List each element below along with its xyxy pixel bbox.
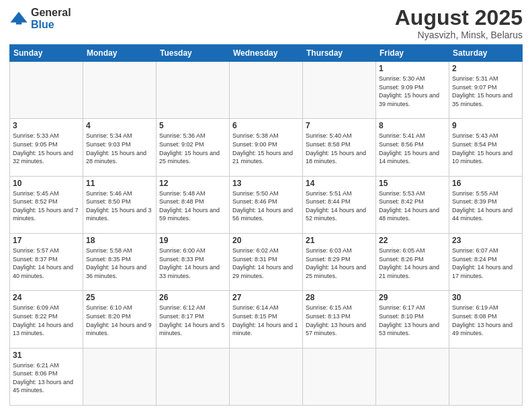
day-info: Sunrise: 5:51 AM Sunset: 8:44 PM Dayligh… <box>306 189 373 223</box>
top-section: General Blue August 2025 Nyasvizh, Minsk… <box>9 7 523 40</box>
day-number: 21 <box>306 236 373 245</box>
day-info: Sunrise: 6:03 AM Sunset: 8:29 PM Dayligh… <box>306 246 373 280</box>
header-thursday: Thursday <box>303 45 376 62</box>
day-number: 3 <box>13 121 80 130</box>
day-info: Sunrise: 6:19 AM Sunset: 8:08 PM Dayligh… <box>452 304 519 337</box>
table-row <box>303 348 376 405</box>
day-number: 18 <box>86 236 153 245</box>
day-number: 23 <box>452 236 519 245</box>
table-row: 17Sunrise: 5:57 AM Sunset: 8:37 PM Dayli… <box>10 233 83 290</box>
day-info: Sunrise: 5:55 AM Sunset: 8:39 PM Dayligh… <box>452 189 519 223</box>
table-row: 2Sunrise: 5:31 AM Sunset: 9:07 PM Daylig… <box>449 62 523 119</box>
day-info: Sunrise: 5:36 AM Sunset: 9:02 PM Dayligh… <box>159 132 226 165</box>
weekday-header-row: Sunday Monday Tuesday Wednesday Thursday… <box>10 45 523 62</box>
day-info: Sunrise: 5:38 AM Sunset: 9:00 PM Dayligh… <box>232 132 300 165</box>
table-row <box>157 348 230 405</box>
table-row: 4Sunrise: 5:34 AM Sunset: 9:03 PM Daylig… <box>83 119 157 176</box>
day-number: 15 <box>379 179 446 188</box>
table-row: 21Sunrise: 6:03 AM Sunset: 8:29 PM Dayli… <box>303 233 376 290</box>
table-row: 22Sunrise: 6:05 AM Sunset: 8:26 PM Dayli… <box>376 233 449 290</box>
table-row: 1Sunrise: 5:30 AM Sunset: 9:09 PM Daylig… <box>376 62 449 119</box>
day-number: 8 <box>379 121 446 130</box>
header-monday: Monday <box>83 45 157 62</box>
calendar-page: General Blue August 2025 Nyasvizh, Minsk… <box>0 0 532 411</box>
table-row <box>10 62 83 119</box>
table-row: 13Sunrise: 5:50 AM Sunset: 8:46 PM Dayli… <box>230 176 303 233</box>
calendar-table: Sunday Monday Tuesday Wednesday Thursday… <box>9 44 523 406</box>
day-number: 14 <box>306 179 373 188</box>
day-number: 17 <box>13 236 80 245</box>
table-row: 5Sunrise: 5:36 AM Sunset: 9:02 PM Daylig… <box>157 119 230 176</box>
table-row: 29Sunrise: 6:17 AM Sunset: 8:10 PM Dayli… <box>376 291 449 348</box>
table-row <box>376 348 449 405</box>
day-info: Sunrise: 5:45 AM Sunset: 8:52 PM Dayligh… <box>13 189 80 223</box>
day-info: Sunrise: 6:14 AM Sunset: 8:15 PM Dayligh… <box>232 304 300 337</box>
table-row: 23Sunrise: 6:07 AM Sunset: 8:24 PM Dayli… <box>449 233 523 290</box>
day-info: Sunrise: 5:50 AM Sunset: 8:46 PM Dayligh… <box>232 189 300 223</box>
day-number: 31 <box>13 351 80 360</box>
day-number: 10 <box>13 179 80 188</box>
day-info: Sunrise: 6:02 AM Sunset: 8:31 PM Dayligh… <box>232 246 300 280</box>
table-row <box>157 62 230 119</box>
svg-rect-2 <box>16 19 21 24</box>
table-row: 30Sunrise: 6:19 AM Sunset: 8:08 PM Dayli… <box>449 291 523 348</box>
table-row: 10Sunrise: 5:45 AM Sunset: 8:52 PM Dayli… <box>10 176 83 233</box>
day-info: Sunrise: 5:41 AM Sunset: 8:56 PM Dayligh… <box>379 132 446 165</box>
day-info: Sunrise: 6:10 AM Sunset: 8:20 PM Dayligh… <box>86 304 153 337</box>
day-info: Sunrise: 5:53 AM Sunset: 8:42 PM Dayligh… <box>379 189 446 223</box>
table-row: 9Sunrise: 5:43 AM Sunset: 8:54 PM Daylig… <box>449 119 523 176</box>
day-number: 9 <box>452 121 519 130</box>
day-number: 28 <box>306 293 373 302</box>
table-row: 27Sunrise: 6:14 AM Sunset: 8:15 PM Dayli… <box>230 291 303 348</box>
logo-icon <box>9 9 28 28</box>
table-row: 14Sunrise: 5:51 AM Sunset: 8:44 PM Dayli… <box>303 176 376 233</box>
day-info: Sunrise: 5:57 AM Sunset: 8:37 PM Dayligh… <box>13 246 80 280</box>
day-info: Sunrise: 6:17 AM Sunset: 8:10 PM Dayligh… <box>379 304 446 337</box>
day-info: Sunrise: 5:58 AM Sunset: 8:35 PM Dayligh… <box>86 246 153 280</box>
day-number: 27 <box>232 293 300 302</box>
header-wednesday: Wednesday <box>230 45 303 62</box>
day-info: Sunrise: 5:46 AM Sunset: 8:50 PM Dayligh… <box>86 189 153 223</box>
day-number: 13 <box>232 179 300 188</box>
day-number: 20 <box>232 236 300 245</box>
day-info: Sunrise: 5:30 AM Sunset: 9:09 PM Dayligh… <box>379 75 446 108</box>
day-number: 11 <box>86 179 153 188</box>
day-info: Sunrise: 5:34 AM Sunset: 9:03 PM Dayligh… <box>86 132 153 165</box>
header-saturday: Saturday <box>449 45 523 62</box>
table-row: 31Sunrise: 6:21 AM Sunset: 8:06 PM Dayli… <box>10 348 83 405</box>
day-info: Sunrise: 6:21 AM Sunset: 8:06 PM Dayligh… <box>13 361 80 395</box>
day-number: 4 <box>86 121 153 130</box>
day-info: Sunrise: 5:43 AM Sunset: 8:54 PM Dayligh… <box>452 132 519 165</box>
day-info: Sunrise: 5:48 AM Sunset: 8:48 PM Dayligh… <box>159 189 226 223</box>
header-friday: Friday <box>376 45 449 62</box>
day-number: 5 <box>159 121 226 130</box>
day-number: 6 <box>232 121 300 130</box>
table-row: 20Sunrise: 6:02 AM Sunset: 8:31 PM Dayli… <box>230 233 303 290</box>
table-row: 18Sunrise: 5:58 AM Sunset: 8:35 PM Dayli… <box>83 233 157 290</box>
day-number: 19 <box>159 236 226 245</box>
table-row <box>83 62 157 119</box>
logo: General Blue <box>9 7 71 30</box>
day-info: Sunrise: 5:33 AM Sunset: 9:05 PM Dayligh… <box>13 132 80 165</box>
day-info: Sunrise: 5:40 AM Sunset: 8:58 PM Dayligh… <box>306 132 373 165</box>
header-sunday: Sunday <box>10 45 83 62</box>
table-row <box>83 348 157 405</box>
table-row <box>230 348 303 405</box>
table-row: 15Sunrise: 5:53 AM Sunset: 8:42 PM Dayli… <box>376 176 449 233</box>
table-row: 11Sunrise: 5:46 AM Sunset: 8:50 PM Dayli… <box>83 176 157 233</box>
day-number: 1 <box>379 64 446 73</box>
day-info: Sunrise: 6:07 AM Sunset: 8:24 PM Dayligh… <box>452 246 519 280</box>
day-number: 12 <box>159 179 226 188</box>
day-info: Sunrise: 6:09 AM Sunset: 8:22 PM Dayligh… <box>13 304 80 337</box>
day-number: 22 <box>379 236 446 245</box>
logo-text: General Blue <box>31 7 71 30</box>
table-row <box>449 348 523 405</box>
header-tuesday: Tuesday <box>157 45 230 62</box>
day-number: 29 <box>379 293 446 302</box>
location-subtitle: Nyasvizh, Minsk, Belarus <box>395 30 523 40</box>
table-row: 19Sunrise: 6:00 AM Sunset: 8:33 PM Dayli… <box>157 233 230 290</box>
header-right: August 2025 Nyasvizh, Minsk, Belarus <box>395 7 523 40</box>
table-row: 12Sunrise: 5:48 AM Sunset: 8:48 PM Dayli… <box>157 176 230 233</box>
table-row: 25Sunrise: 6:10 AM Sunset: 8:20 PM Dayli… <box>83 291 157 348</box>
day-number: 30 <box>452 293 519 302</box>
